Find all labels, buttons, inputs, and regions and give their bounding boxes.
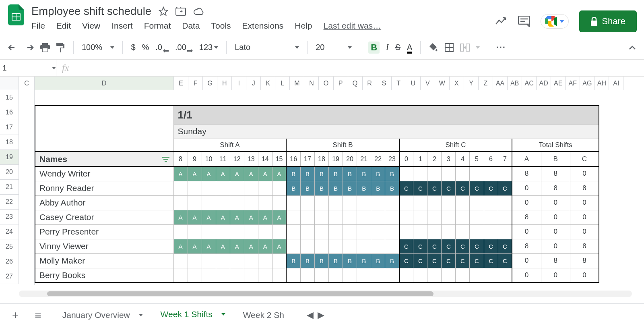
shift-cell[interactable]: A (272, 239, 286, 253)
shift-cell[interactable] (258, 181, 272, 195)
shift-cell[interactable] (272, 268, 286, 282)
shift-cell[interactable] (329, 210, 343, 224)
shift-cell[interactable] (427, 224, 442, 239)
shift-cell[interactable]: A (244, 166, 258, 181)
shift-cell[interactable]: A (230, 210, 244, 224)
shift-cell[interactable]: B (300, 253, 314, 268)
shift-cell[interactable] (498, 224, 512, 239)
shift-cell[interactable]: C (442, 239, 456, 253)
row-header-26[interactable]: 26 (0, 254, 19, 269)
shift-cell[interactable] (258, 224, 272, 239)
shift-cell[interactable] (300, 195, 314, 210)
menu-file[interactable]: File (31, 21, 45, 31)
shift-cell[interactable]: B (329, 181, 343, 195)
shift-cell[interactable]: C (470, 181, 484, 195)
shift-cell[interactable] (202, 181, 216, 195)
col-header-Z[interactable]: Z (479, 77, 493, 90)
shift-cell[interactable] (371, 239, 385, 253)
shift-cell[interactable] (216, 224, 230, 239)
shift-cell[interactable]: C (484, 239, 498, 253)
employee-name[interactable]: Casey Creator (35, 210, 173, 224)
shift-cell[interactable] (427, 166, 442, 181)
shift-cell[interactable] (188, 195, 202, 210)
col-header-X[interactable]: X (450, 77, 464, 90)
menu-view[interactable]: View (82, 21, 100, 31)
shift-cell[interactable] (258, 268, 272, 282)
shift-cell[interactable] (470, 195, 484, 210)
shift-cell[interactable] (470, 224, 484, 239)
shift-cell[interactable]: B (286, 253, 300, 268)
shift-cell[interactable] (498, 166, 512, 181)
col-header-S[interactable]: S (377, 77, 392, 90)
shift-cell[interactable] (484, 210, 498, 224)
shift-cell[interactable] (329, 224, 343, 239)
shift-cell[interactable] (216, 253, 230, 268)
shift-cell[interactable]: A (216, 210, 230, 224)
col-header-H[interactable]: H (217, 77, 232, 90)
col-header-F[interactable]: F (188, 77, 203, 90)
shift-cell[interactable] (470, 268, 484, 282)
shift-cell[interactable]: A (216, 239, 230, 253)
shift-cell[interactable]: A (188, 166, 202, 181)
shift-cell[interactable] (456, 210, 470, 224)
shift-cell[interactable] (484, 224, 498, 239)
move-icon[interactable] (175, 7, 186, 16)
col-header-D[interactable]: D (35, 77, 174, 90)
col-header-AA[interactable]: AA (493, 77, 508, 90)
shift-cell[interactable]: C (399, 181, 413, 195)
shift-cell[interactable] (442, 166, 456, 181)
shift-cell[interactable] (456, 166, 470, 181)
shift-cell[interactable] (343, 195, 357, 210)
shift-cell[interactable] (385, 239, 399, 253)
col-header-V[interactable]: V (421, 77, 435, 90)
shift-cell[interactable]: A (258, 239, 272, 253)
shift-cell[interactable]: C (498, 181, 512, 195)
shift-cell[interactable] (216, 268, 230, 282)
shift-cell[interactable]: B (314, 181, 328, 195)
shift-cell[interactable]: A (258, 210, 272, 224)
shift-cell[interactable] (202, 195, 216, 210)
shift-cell[interactable] (385, 210, 399, 224)
shift-cell[interactable] (385, 224, 399, 239)
shift-cell[interactable] (244, 253, 258, 268)
shift-cell[interactable] (286, 195, 300, 210)
shift-cell[interactable]: C (413, 253, 427, 268)
names-header[interactable]: Names (35, 152, 173, 166)
shift-cell[interactable] (216, 181, 230, 195)
col-header-R[interactable]: R (363, 77, 377, 90)
shift-cell[interactable] (399, 210, 413, 224)
shift-cell[interactable] (442, 268, 456, 282)
currency-button[interactable]: $ (131, 43, 135, 52)
shift-cell[interactable] (272, 181, 286, 195)
shift-cell[interactable]: B (314, 166, 328, 181)
shift-cell[interactable] (272, 253, 286, 268)
shift-cell[interactable]: C (484, 181, 498, 195)
shift-cell[interactable]: B (357, 181, 371, 195)
shift-cell[interactable]: A (173, 210, 188, 224)
shift-cell[interactable] (202, 224, 216, 239)
font-size-select[interactable]: 20 (316, 43, 352, 52)
share-button[interactable]: Share (579, 10, 637, 32)
shift-cell[interactable] (343, 224, 357, 239)
col-header-O[interactable]: O (319, 77, 333, 90)
shift-cell[interactable] (442, 210, 456, 224)
col-header-W[interactable]: W (435, 77, 450, 90)
shift-cell[interactable] (357, 268, 371, 282)
shift-cell[interactable]: B (314, 253, 328, 268)
shift-cell[interactable] (314, 210, 328, 224)
col-header-N[interactable]: N (304, 77, 319, 90)
shift-cell[interactable] (413, 224, 427, 239)
shift-cell[interactable] (300, 210, 314, 224)
shift-cell[interactable] (258, 253, 272, 268)
shift-cell[interactable]: C (442, 181, 456, 195)
borders-button[interactable] (445, 43, 454, 52)
menu-data[interactable]: Data (182, 21, 200, 31)
shift-cell[interactable] (413, 210, 427, 224)
shift-cell[interactable]: B (371, 166, 385, 181)
shift-cell[interactable] (371, 195, 385, 210)
shift-cell[interactable] (385, 195, 399, 210)
shift-cell[interactable]: C (399, 253, 413, 268)
employee-name[interactable]: Wendy Writer (35, 166, 173, 181)
shift-cell[interactable] (456, 268, 470, 282)
shift-cell[interactable]: A (173, 166, 188, 181)
